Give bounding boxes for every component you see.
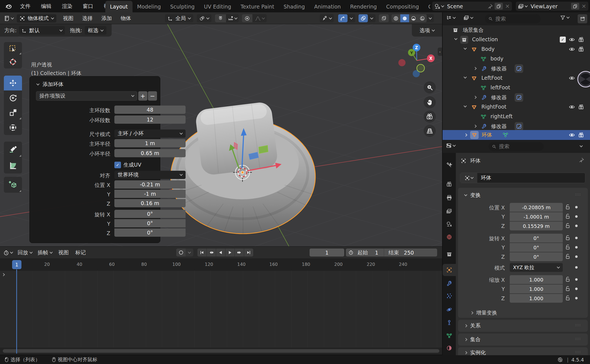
tab-layout[interactable]: Layout bbox=[105, 1, 133, 12]
properties-editor-type-button[interactable] bbox=[446, 143, 455, 148]
panel-grip[interactable]: :::: bbox=[575, 350, 581, 354]
tab-collection[interactable] bbox=[443, 248, 456, 260]
animate-dot[interactable] bbox=[575, 278, 578, 281]
major-segments-field[interactable]: 48 bbox=[114, 106, 186, 114]
tool-move[interactable] bbox=[4, 76, 22, 90]
current-frame-badge[interactable]: 1 bbox=[12, 260, 21, 269]
proportional-toggle[interactable] bbox=[242, 14, 252, 22]
viewport-3d[interactable]: Z Y X 方向: 默认 拖拽: 框选 选项 用户透视 (1) Collecti… bbox=[0, 24, 442, 246]
lock-icon[interactable] bbox=[565, 244, 571, 250]
lock-icon[interactable] bbox=[565, 235, 571, 241]
animate-dot[interactable] bbox=[575, 215, 578, 218]
menu-render[interactable]: 渲染 bbox=[57, 0, 78, 12]
tool-measure[interactable] bbox=[4, 158, 22, 173]
panel-grip[interactable]: :::: bbox=[575, 323, 581, 327]
scene-selector[interactable]: Scene ✕ bbox=[432, 2, 512, 11]
outliner-filter-mode-button[interactable] bbox=[464, 15, 473, 21]
preset-remove-button[interactable]: − bbox=[148, 91, 157, 101]
tab-object-data[interactable] bbox=[443, 330, 456, 342]
tab-rendering[interactable]: Rendering bbox=[346, 1, 382, 12]
eye-icon[interactable] bbox=[569, 104, 575, 110]
delta-transform-section[interactable]: 增量变换 bbox=[471, 309, 497, 316]
auto-key-dropdown[interactable] bbox=[186, 249, 193, 257]
shading-rendered-button[interactable] bbox=[418, 14, 427, 22]
shading-wireframe-button[interactable] bbox=[392, 14, 400, 22]
prop-scale-x-field[interactable]: 1.000 bbox=[510, 275, 563, 284]
gizmos-toggle[interactable] bbox=[338, 14, 348, 22]
tab-view-layer[interactable] bbox=[443, 205, 456, 217]
play-button[interactable] bbox=[225, 249, 235, 257]
prop-rotation-y-field[interactable]: 0° bbox=[510, 243, 563, 252]
blender-logo-icon[interactable] bbox=[0, 3, 15, 10]
display-modifier-icon[interactable] bbox=[516, 94, 522, 101]
outliner-row-body-object[interactable]: Body bbox=[443, 45, 590, 54]
animate-dot[interactable] bbox=[575, 206, 578, 208]
prop-scale-y-field[interactable]: 1.000 bbox=[510, 285, 563, 293]
tab-sculpting[interactable]: Sculpting bbox=[166, 1, 199, 12]
pin-icon[interactable] bbox=[579, 157, 584, 163]
align-dropdown[interactable]: 世界环境 bbox=[114, 171, 186, 179]
direction-dropdown[interactable]: 默认 bbox=[19, 26, 65, 35]
prop-mode-dropdown[interactable]: XYZ 欧拉 bbox=[510, 263, 563, 272]
menu-object[interactable]: 物体 bbox=[116, 12, 136, 24]
object-name-field[interactable]: 环体 bbox=[460, 173, 585, 183]
tab-render[interactable] bbox=[443, 178, 456, 190]
size-mode-dropdown[interactable]: 主环 / 小环 bbox=[114, 129, 186, 138]
prop-location-x-field[interactable]: -0.20805 m bbox=[510, 203, 563, 212]
menu-edit[interactable]: 编辑 bbox=[36, 0, 57, 12]
drag-dropdown[interactable]: 框选 bbox=[85, 26, 106, 35]
camera-icon[interactable] bbox=[578, 132, 584, 138]
tool-annotate[interactable] bbox=[4, 142, 22, 158]
menu-select[interactable]: 选择 bbox=[78, 12, 97, 24]
outliner-row-leftfoot-modifiers[interactable]: 修改器 bbox=[443, 93, 590, 102]
new-collection-button[interactable] bbox=[578, 14, 587, 23]
tool-add-cube[interactable] bbox=[4, 177, 22, 193]
menu-keying[interactable]: 插帧 bbox=[35, 247, 55, 259]
lock-icon[interactable] bbox=[565, 295, 571, 301]
tab-shading[interactable]: Shading bbox=[279, 1, 310, 12]
major-radius-field[interactable]: 1 m bbox=[114, 139, 186, 147]
camera-icon[interactable] bbox=[578, 46, 584, 52]
orientation-dropdown[interactable]: 全局 bbox=[165, 14, 193, 22]
rotation-y-field[interactable]: 0° bbox=[114, 219, 186, 227]
pin-icon[interactable] bbox=[487, 4, 493, 9]
xray-toggle[interactable] bbox=[379, 14, 389, 22]
prop-rotation-z-field[interactable]: 0° bbox=[510, 252, 563, 261]
options-dropdown[interactable]: 选项 bbox=[420, 27, 434, 34]
timeline-scrollbar[interactable] bbox=[3, 349, 439, 353]
menu-window[interactable]: 窗口 bbox=[78, 0, 98, 12]
snap-target-button[interactable] bbox=[226, 14, 239, 22]
auto-key-toggle[interactable] bbox=[176, 249, 186, 257]
menu-view[interactable]: 视图 bbox=[59, 12, 78, 24]
mode-dropdown[interactable]: 物体模式 bbox=[17, 14, 56, 23]
editor-type-button[interactable] bbox=[0, 15, 16, 21]
prop-rotation-x-field[interactable]: 0° bbox=[510, 234, 563, 242]
outliner-row-body-mesh[interactable]: body bbox=[443, 54, 590, 64]
start-frame-field[interactable]: 1 bbox=[375, 250, 378, 256]
outliner-row-collection[interactable]: Collection ✓ bbox=[443, 35, 590, 45]
tab-uv-editing[interactable]: UV Editing bbox=[199, 1, 236, 12]
animate-dot[interactable] bbox=[575, 255, 578, 258]
rotation-z-field[interactable]: 0° bbox=[114, 228, 186, 237]
scene-unlink-icon[interactable]: ✕ bbox=[505, 3, 510, 10]
minor-radius-field[interactable]: 0.65 m bbox=[114, 149, 186, 157]
viewlayer-unlink-icon[interactable]: ✕ bbox=[581, 3, 586, 10]
camera-icon[interactable] bbox=[578, 104, 584, 110]
lock-icon[interactable] bbox=[565, 253, 571, 260]
animate-dot[interactable] bbox=[575, 297, 578, 299]
play-reverse-button[interactable] bbox=[216, 249, 225, 257]
outliner-row-body-modifiers[interactable]: 修改器 bbox=[443, 64, 590, 73]
current-frame-field[interactable]: 1 bbox=[310, 249, 344, 257]
outliner-row-rightfoot-object[interactable]: RightFoot bbox=[443, 102, 590, 112]
menu-timeline-view[interactable]: 视图 bbox=[55, 247, 72, 259]
jump-to-end-button[interactable] bbox=[244, 249, 253, 257]
falloff-dropdown[interactable] bbox=[252, 14, 267, 22]
tab-physics[interactable] bbox=[443, 304, 456, 316]
menu-file[interactable]: 文件 bbox=[15, 0, 36, 12]
location-z-field[interactable]: 0.16 m bbox=[114, 199, 186, 207]
prop-scale-z-field[interactable]: 1.000 bbox=[510, 294, 563, 303]
collection-checkbox[interactable]: ✓ bbox=[560, 37, 566, 43]
tool-select-box[interactable] bbox=[4, 42, 22, 55]
tab-geometry-nodes[interactable]: Geometry Nodes bbox=[424, 1, 430, 12]
properties-options-dropdown[interactable] bbox=[580, 144, 583, 147]
